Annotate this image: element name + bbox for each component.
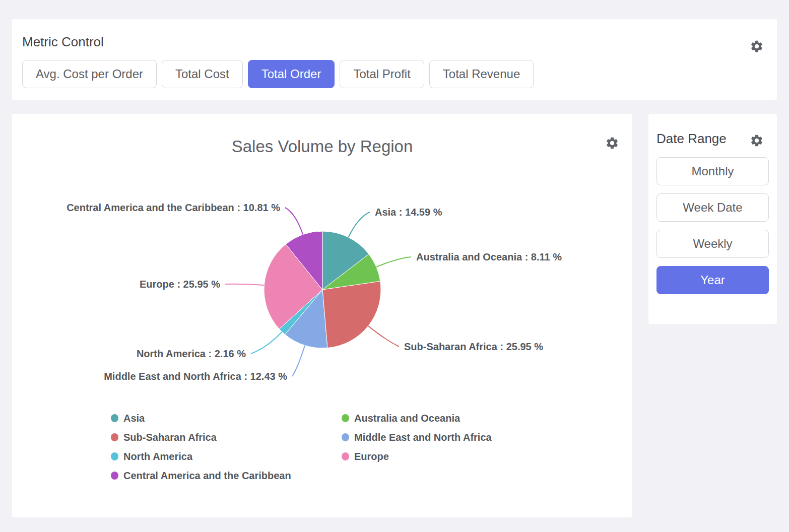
pie-label-line-australia-and-oceania <box>376 257 411 267</box>
date-range-buttons: MonthlyWeek DateWeeklyYear <box>656 157 769 294</box>
pie-label-line-central-america-and-the-caribbean <box>285 208 303 235</box>
legend-label: North America <box>123 451 192 462</box>
pie-label-line-north-america <box>251 332 282 354</box>
chart-settings-gear-icon[interactable] <box>605 136 619 150</box>
legend-dot-central-america-and-the-caribbean <box>111 472 118 480</box>
sales-volume-chart-panel: Sales Volume by Region Asia : 14.59 %Aus… <box>12 114 632 517</box>
legend-label: Central America and the Caribbean <box>123 470 291 482</box>
legend-dot-australia-and-oceania <box>342 414 349 422</box>
legend-dot-north-america <box>111 452 118 460</box>
metric-button-avg-cost-per-order[interactable]: Avg. Cost per Order <box>22 60 157 88</box>
legend-dot-asia <box>111 414 118 422</box>
legend-label: Sub-Saharan Africa <box>123 432 217 443</box>
legend-item-australia-and-oceania[interactable]: Australia and Oceania <box>342 412 492 424</box>
metric-button-total-cost[interactable]: Total Cost <box>162 60 243 88</box>
date-range-settings-gear-icon[interactable] <box>750 134 764 148</box>
date-range-button-monthly[interactable]: Monthly <box>656 157 769 185</box>
pie-chart: Asia : 14.59 %Australia and Oceania : 8.… <box>12 114 632 396</box>
metric-button-total-profit[interactable]: Total Profit <box>340 60 424 88</box>
legend-label: Australia and Oceania <box>354 413 460 424</box>
pie-label-line-sub-saharan-africa <box>368 326 399 347</box>
pie-label-europe: Europe : 25.95 % <box>140 279 220 290</box>
legend-item-sub-saharan-africa[interactable]: Sub-Saharan Africa <box>111 431 342 443</box>
legend-dot-sub-saharan-africa <box>111 433 118 441</box>
legend-item-asia[interactable]: Asia <box>111 412 342 424</box>
pie-label-line-europe <box>225 284 264 285</box>
pie-slice-sub-saharan-africa[interactable] <box>322 281 381 348</box>
metric-buttons: Avg. Cost per OrderTotal CostTotal Order… <box>22 60 767 88</box>
pie-label-middle-east-and-north-africa: Middle East and North Africa : 12.43 % <box>104 371 287 382</box>
legend-item-europe[interactable]: Europe <box>342 450 492 462</box>
legend-label: Middle East and North Africa <box>354 432 492 443</box>
content-row: Sales Volume by Region Asia : 14.59 %Aus… <box>12 114 777 517</box>
pie-label-sub-saharan-africa: Sub-Saharan Africa : 25.95 % <box>404 341 543 352</box>
dashboard: Metric Control Avg. Cost per OrderTotal … <box>12 19 777 517</box>
legend-item-central-america-and-the-caribbean[interactable]: Central America and the Caribbean <box>111 470 342 482</box>
legend-dot-europe <box>342 452 349 460</box>
metric-button-total-revenue[interactable]: Total Revenue <box>429 60 534 88</box>
legend-item-north-america[interactable]: North America <box>111 450 342 462</box>
metric-settings-gear-icon[interactable] <box>750 39 764 53</box>
metric-control-title: Metric Control <box>22 34 767 49</box>
pie-label-line-asia <box>348 212 370 237</box>
pie-label-north-america: North America : 2.16 % <box>137 348 246 359</box>
legend-label: Asia <box>123 413 145 424</box>
pie-label-australia-and-oceania: Australia and Oceania : 8.11 % <box>416 251 562 262</box>
pie-label-line-middle-east-and-north-africa <box>292 346 305 376</box>
legend-dot-middle-east-and-north-africa <box>342 433 349 441</box>
chart-title: Sales Volume by Region <box>12 137 632 156</box>
chart-legend: AsiaAustralia and OceaniaSub-Saharan Afr… <box>111 412 492 482</box>
metric-control-panel: Metric Control Avg. Cost per OrderTotal … <box>12 19 777 100</box>
date-range-button-year[interactable]: Year <box>656 266 769 294</box>
pie-label-asia: Asia : 14.59 % <box>375 207 442 218</box>
date-range-button-week-date[interactable]: Week Date <box>656 193 769 222</box>
date-range-panel: Date Range MonthlyWeek DateWeeklyYear <box>648 114 777 324</box>
metric-button-total-order[interactable]: Total Order <box>248 60 335 88</box>
date-range-button-weekly[interactable]: Weekly <box>656 230 769 258</box>
pie-label-central-america-and-the-caribbean: Central America and the Caribbean : 10.8… <box>67 202 280 213</box>
legend-label: Europe <box>354 451 389 462</box>
legend-item-middle-east-and-north-africa[interactable]: Middle East and North Africa <box>342 431 492 443</box>
